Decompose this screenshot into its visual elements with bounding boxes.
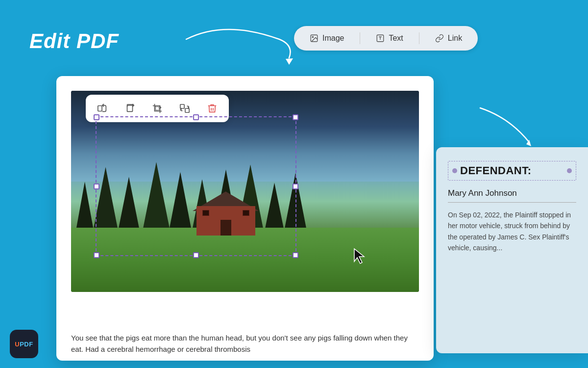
pdf-body-text: You see that the pigs eat more than the …: [71, 327, 419, 361]
rotate-icon: [124, 103, 135, 114]
svg-marker-12: [354, 249, 364, 263]
rotate-button[interactable]: [121, 100, 139, 117]
page-title: Edit PDF: [29, 29, 119, 53]
handle-middle-right[interactable]: [293, 184, 298, 189]
handle-top-right[interactable]: [293, 114, 298, 120]
text-selection-box[interactable]: DEFENDANT:: [448, 161, 576, 181]
crop-icon: [152, 103, 163, 114]
crop-button[interactable]: [148, 100, 166, 117]
updf-label: UPDF: [15, 341, 33, 348]
pdf-image-area[interactable]: [71, 91, 419, 292]
handle-top-left[interactable]: [94, 114, 99, 120]
link-icon: [435, 34, 444, 43]
doc-body-text: On Sep 02, 2022, the Plaintiff stopped i…: [448, 210, 576, 254]
svg-point-3: [312, 36, 313, 37]
updf-logo: UPDF: [10, 330, 38, 358]
divider-1: [360, 32, 360, 44]
text-icon: [376, 34, 385, 43]
image-tool-button[interactable]: Image: [306, 32, 348, 45]
text-tool-button[interactable]: Text: [372, 32, 407, 45]
handle-bottom-right[interactable]: [293, 252, 298, 258]
image-selection-box[interactable]: [96, 116, 296, 256]
defendant-heading: DEFENDANT:: [460, 164, 532, 177]
document-panel: DEFENDANT: Mary Ann Johnson On Sep 02, 2…: [436, 147, 588, 353]
image-icon: [310, 34, 318, 43]
swap-icon: [179, 103, 190, 114]
divider-2: [419, 32, 419, 44]
cursor-indicator: [352, 247, 366, 266]
handle-bottom-left[interactable]: [94, 252, 99, 258]
trash-icon: [207, 103, 218, 114]
replace-left-icon: [97, 103, 108, 114]
svg-rect-7: [98, 106, 102, 111]
svg-rect-11: [185, 108, 189, 112]
text-label: Text: [389, 34, 403, 43]
pdf-canvas: You see that the pigs eat more than the …: [56, 76, 434, 361]
link-label: Link: [448, 34, 462, 43]
swap-button[interactable]: [176, 100, 194, 117]
handle-bottom-center[interactable]: [193, 252, 199, 258]
defendant-name: Mary Ann Johnson: [448, 188, 576, 203]
handle-middle-left[interactable]: [94, 184, 99, 189]
selection-handle-right: [567, 168, 572, 173]
toolbar: Image Text Link: [294, 26, 478, 51]
link-tool-button[interactable]: Link: [431, 32, 466, 45]
selection-handle-left: [452, 168, 457, 173]
cursor-arrow-icon: [352, 247, 366, 264]
delete-button[interactable]: [203, 100, 221, 117]
svg-rect-10: [180, 105, 184, 108]
svg-rect-9: [155, 106, 159, 110]
handle-top-center[interactable]: [193, 114, 199, 120]
image-label: Image: [322, 34, 344, 43]
